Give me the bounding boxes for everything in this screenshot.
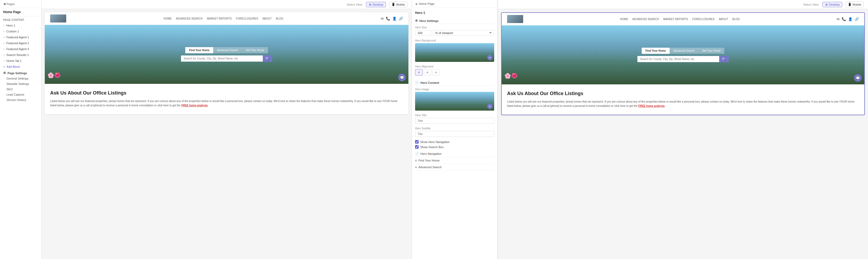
nav-home-r[interactable]: HOME <box>620 18 628 21</box>
nav-about-r[interactable]: ABOUT <box>719 18 728 21</box>
hero-section-left: 🌸🌺 Find Your Home Advanced Search Sell Y… <box>45 25 408 84</box>
nav-about[interactable]: ABOUT <box>262 17 272 20</box>
sidebar-item-featured-agent3[interactable]: ≡ Featured Agent 3 <box>0 46 41 52</box>
free-home-analysis-link-left[interactable]: FREE home analysis <box>181 104 208 107</box>
user-icon[interactable]: 👤 <box>392 16 397 21</box>
nav-blog-r[interactable]: BLOG <box>732 18 740 21</box>
hero-tab-advanced-search-r[interactable]: Advanced Search <box>670 48 698 54</box>
phone-icon-r[interactable]: 📞 <box>842 17 846 21</box>
desktop-view-btn-left[interactable]: 🖥 Desktop <box>366 2 385 7</box>
sidebar-item-label: Custom 1 <box>6 30 19 33</box>
site-nav-links-left: HOME ADVANCED SEARCH MARKET REPORTS FORE… <box>163 17 283 20</box>
alignment-buttons: ≡ ≡ ≡ <box>415 69 494 76</box>
desktop-view-btn-right[interactable]: 🖥 Desktop <box>823 2 842 7</box>
preview-scroll-left[interactable]: HOME ADVANCED SEARCH MARKET REPORTS FORE… <box>41 9 412 259</box>
nav-market-reports[interactable]: MARKET REPORTS <box>207 17 231 20</box>
nav-market-reports-r[interactable]: MARKET REPORTS <box>663 18 688 21</box>
hero-size-unit-select[interactable]: % of viewport px vh <box>433 30 494 36</box>
sidebar-sub-sitewide-settings[interactable]: Sitewide Settings <box>0 81 41 86</box>
hero-navigation-row[interactable]: 📄 Hero Navigation <box>415 150 494 157</box>
hero-chat-button-right[interactable]: 💬 <box>854 74 862 82</box>
nav-advanced-search[interactable]: ADVANCED SEARCH <box>176 17 203 20</box>
content-section-right: Ask Us About Our Office Listings Listed … <box>502 84 864 115</box>
nav-foreclosures[interactable]: FORECLOSURES <box>236 17 258 20</box>
hero-search-button-left[interactable]: 🔍 <box>263 56 272 62</box>
share-icon[interactable]: 🔗 <box>399 16 403 21</box>
sidebar-sub-general-settings[interactable]: General Settings <box>0 76 41 81</box>
sidebar-sub-version-history[interactable]: Version History <box>0 97 41 103</box>
email-icon-r[interactable]: ✉ <box>837 17 840 21</box>
middle-breadcrumb[interactable]: Home Page <box>419 2 434 5</box>
hero-bg-thumbnail[interactable]: ✏ <box>415 43 494 62</box>
align-center-btn[interactable]: ≡ <box>424 69 431 76</box>
user-icon-r[interactable]: 👤 <box>848 17 852 21</box>
phone-icon[interactable]: 📞 <box>386 16 390 21</box>
pages-back-link[interactable]: ◀ Pages <box>3 2 38 6</box>
desktop-label-right: Desktop <box>829 3 840 6</box>
mobile-view-btn-right[interactable]: 📱 Mobile <box>845 2 864 7</box>
preview-area-right: Select View: 🖥 Desktop 📱 Mobile HOME ADV… <box>498 0 868 259</box>
hero-flowers-right: 🌸🌺 <box>504 73 518 79</box>
drag-icon: ≡ <box>3 30 5 33</box>
sidebar-item-label: Featured Agent 1 <box>6 36 29 39</box>
hero-tab-find-home[interactable]: Find Your Home <box>185 47 213 53</box>
preview-scroll-right[interactable]: HOME ADVANCED SEARCH MARKET REPORTS FORE… <box>498 9 868 259</box>
show-search-box-checkbox[interactable] <box>415 145 418 149</box>
drag-icon-nav: ≡ <box>415 159 417 162</box>
left-sidebar: ◀ Pages Home Page Page Content ≡ Hero 1 … <box>0 0 41 259</box>
hero-subtitle-input[interactable] <box>415 131 494 137</box>
show-hero-nav-checkbox[interactable] <box>415 140 418 144</box>
nav-blog[interactable]: BLOG <box>276 17 283 20</box>
content-title-right: Ask Us About Our Office Listings <box>507 91 859 97</box>
gear-icon: ⚙ <box>3 71 6 75</box>
hero-search-row-left: 🔍 <box>181 56 272 62</box>
page-settings-label: ⚙ Page Settings <box>0 70 41 76</box>
sidebar-item-label: Hero 1 <box>6 24 15 27</box>
nav-advanced-search-r[interactable]: ADVANCED SEARCH <box>632 18 659 21</box>
hero-tabs-left: Find Your Home Advanced Search Sell Your… <box>181 47 272 53</box>
sidebar-item-featured-agent1[interactable]: ≡ Featured Agent 1 <box>0 34 41 40</box>
hero-search-input-right[interactable] <box>638 56 719 62</box>
mobile-view-btn-left[interactable]: 📱 Mobile <box>389 2 407 7</box>
sidebar-sub-lead-capture[interactable]: Lead Capture <box>0 92 41 97</box>
chevron-left-icon: ◀ <box>3 2 5 6</box>
sidebar-item-featured-agent2[interactable]: ≡ Featured Agent 2 <box>0 40 41 46</box>
hero-tab-find-home-r[interactable]: Find Your Home <box>642 48 670 54</box>
settings-panel: Hero 1 ⚙ Hero Settings Hero Size % of vi… <box>412 8 497 174</box>
drag-icon: ≡ <box>3 60 5 63</box>
hero-search-button-right[interactable]: 🔍 <box>719 56 728 62</box>
hero-tab-advanced-search[interactable]: Advanced Search <box>213 47 242 53</box>
sidebar-item-home-val1[interactable]: ≡ Home Val 1 <box>0 58 41 64</box>
align-left-btn[interactable]: ≡ <box>415 69 423 76</box>
hero-title-label: Hero Title <box>415 114 494 117</box>
hero-bg-edit-btn[interactable]: ✏ <box>487 55 493 60</box>
nav-foreclosures-r[interactable]: FORECLOSURES <box>692 18 715 21</box>
find-your-home-label: Find Your Home <box>418 159 439 162</box>
advanced-search-label: Advanced Search <box>418 165 442 169</box>
sidebar-item-search-results1[interactable]: ≡ Search Results 1 <box>0 52 41 58</box>
middle-panel: ◀ Home Page Hero 1 ⚙ Hero Settings Hero … <box>412 0 498 259</box>
sidebar-sub-seo[interactable]: SEO <box>0 86 41 92</box>
hero-tab-sell-home-r[interactable]: Sell Your Home <box>698 48 724 54</box>
hero-tab-sell-home[interactable]: Sell Your Home <box>242 47 268 53</box>
advanced-search-row[interactable]: ≡ Advanced Search <box>415 164 494 171</box>
hero-size-input[interactable] <box>415 30 431 36</box>
free-home-analysis-link-right[interactable]: FREE home analysis <box>638 105 664 107</box>
hero-image-thumbnail[interactable]: ✏ <box>415 92 494 111</box>
content-body-left: Listed below you will see our featured p… <box>50 99 403 108</box>
add-block-button[interactable]: + Add Block <box>0 64 41 70</box>
preview-content-left: HOME ADVANCED SEARCH MARKET REPORTS FORE… <box>45 12 408 114</box>
hero-image-row: Hero Image ✏ <box>415 88 494 111</box>
find-your-home-row[interactable]: ≡ Find Your Home <box>415 157 494 164</box>
sidebar-item-custom1[interactable]: ≡ Custom 1 <box>0 28 41 34</box>
email-icon[interactable]: ✉ <box>381 16 384 21</box>
sidebar-item-hero1[interactable]: ≡ Hero 1 <box>0 23 41 28</box>
align-right-btn[interactable]: ≡ <box>432 69 440 76</box>
hero-image-edit-btn[interactable]: ✏ <box>487 104 493 109</box>
hero-title-input[interactable] <box>415 118 494 124</box>
hero-chat-button-left[interactable]: 💬 <box>398 74 406 81</box>
share-icon-r[interactable]: 🔗 <box>855 17 859 21</box>
nav-home[interactable]: HOME <box>163 17 172 20</box>
hero-search-input-left[interactable] <box>181 56 263 62</box>
pages-link-label: Pages <box>6 2 15 6</box>
